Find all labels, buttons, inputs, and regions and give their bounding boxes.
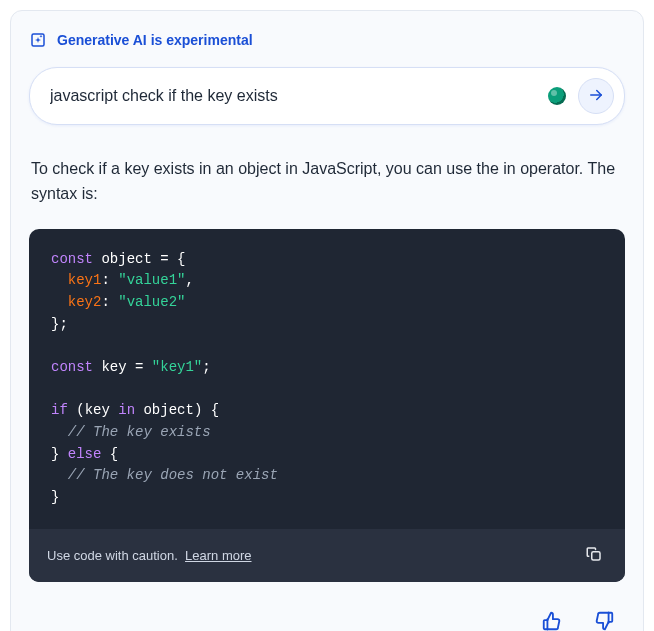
submit-button[interactable]	[578, 78, 614, 114]
code-block: const object = { key1: "value1", key2: "…	[29, 229, 625, 582]
code-footer: Use code with caution. Learn more	[29, 529, 625, 582]
copy-icon	[585, 551, 603, 566]
arrow-right-icon	[587, 86, 605, 107]
code-content: const object = { key1: "value1", key2: "…	[29, 229, 625, 529]
thumbs-down-button[interactable]	[589, 606, 619, 631]
learn-more-link[interactable]: Learn more	[185, 548, 251, 563]
ai-answer-card: Generative AI is experimental To check i…	[10, 10, 644, 631]
sparkle-icon	[29, 31, 47, 49]
header-title: Generative AI is experimental	[57, 32, 253, 48]
svg-rect-2	[592, 552, 600, 560]
search-input[interactable]	[50, 87, 548, 105]
loading-spinner-icon	[548, 87, 566, 105]
thumbs-up-button[interactable]	[537, 606, 567, 631]
answer-intro: To check if a key exists in an object in…	[29, 157, 625, 207]
code-caution: Use code with caution. Learn more	[47, 548, 252, 563]
feedback-row	[29, 606, 625, 631]
search-box[interactable]	[29, 67, 625, 125]
copy-button[interactable]	[581, 541, 607, 570]
header: Generative AI is experimental	[29, 31, 625, 49]
thumbs-up-icon	[541, 610, 563, 631]
thumbs-down-icon	[593, 610, 615, 631]
